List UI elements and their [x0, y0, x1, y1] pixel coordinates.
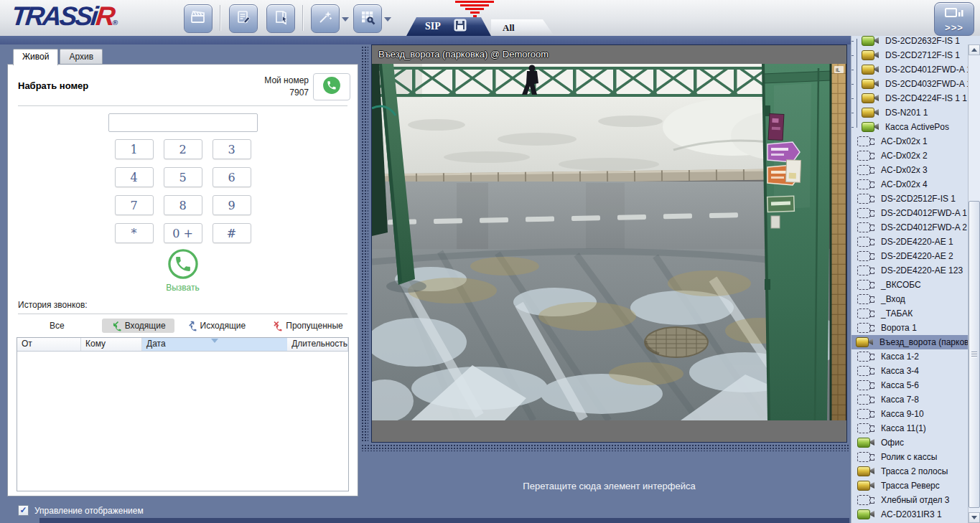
tab-live[interactable]: Живой [13, 49, 58, 65]
video-cell[interactable]: Въезд_ворота (парковка) @ Demoroom [371, 44, 847, 443]
camera-icon [857, 423, 876, 434]
camera-list-item[interactable]: DS-2CD2512F-IS 1 [851, 192, 969, 206]
table-column-header[interactable]: От [17, 338, 81, 351]
camera-list-item[interactable]: DS-2CD4224F-IS 1 1 [851, 91, 969, 105]
display-management-checkbox[interactable]: ✓ [18, 505, 29, 516]
camera-list-item[interactable]: DS-2CD4012FWD-A 1 [851, 206, 969, 220]
camera-icon [857, 509, 876, 520]
keypad-key[interactable]: 6 [213, 167, 251, 187]
keypad-key[interactable]: 8 [164, 195, 202, 215]
keypad-key[interactable]: 3 [213, 139, 251, 159]
drop-hint-text: Перетащите сюда элемент интерфейса [371, 481, 847, 491]
sidebar-scrollbar[interactable] [968, 44, 980, 523]
keypad-key[interactable]: 9 [213, 195, 251, 215]
table-column-header[interactable]: Длительность [287, 338, 348, 351]
wizard-dropdown-arrow[interactable] [342, 17, 349, 25]
keypad-key[interactable]: 0 + [164, 223, 202, 243]
keypad-key[interactable]: 4 [115, 167, 154, 187]
outgoing-call-icon [186, 321, 197, 331]
table-column-header[interactable]: Кому [81, 338, 142, 351]
call-button[interactable] [167, 248, 199, 280]
camera-video-frame[interactable]: iL [372, 64, 846, 420]
detach-monitor-icon [943, 7, 965, 24]
camera-list-item[interactable]: _Вход [851, 292, 969, 306]
keypad-key[interactable]: * [115, 223, 154, 243]
camera-list-item[interactable]: Касса ActivePos [851, 120, 969, 134]
camera-list-item[interactable]: Касса 1-2 [851, 349, 969, 364]
camera-list-item[interactable]: AC-Dx02x 4 [851, 177, 969, 192]
camera-list-item[interactable]: Трасса Реверс [851, 479, 969, 493]
history-filter[interactable]: Пропущенные [271, 319, 342, 333]
keypad-key[interactable]: 5 [164, 167, 202, 187]
camera-list-item[interactable]: DS-2CD2712F-IS 1 [851, 48, 969, 62]
camera-list-item[interactable]: Хлебный отдел 3 [851, 493, 969, 507]
camera-icon [857, 150, 876, 161]
scrollbar-thumb[interactable] [969, 201, 980, 508]
tab-archive[interactable]: Архив [60, 49, 103, 64]
call-history-title: История звонков: [18, 300, 88, 310]
camera-list-item[interactable]: Ворота 1 [851, 321, 969, 335]
clapperboard-button[interactable] [184, 4, 213, 33]
camera-icon [857, 265, 876, 276]
camera-list-item[interactable]: AC-Dx02x 2 [851, 149, 969, 163]
camera-icon [857, 164, 876, 176]
camera-list-item[interactable]: AC-D2031IR3 1 [851, 507, 969, 522]
camera-list-item[interactable]: DS-2DE4220-AE 123 [851, 263, 969, 278]
dial-number-input[interactable] [108, 113, 258, 132]
camera-list-item[interactable]: DS-2DE4220-AE 2 [851, 249, 969, 263]
camera-list-item[interactable]: DS-2CD4032FWD-A 1 [851, 77, 969, 91]
camera-icon [857, 408, 876, 420]
display-management-row[interactable]: ✓ Управление отображением [18, 505, 144, 516]
camera-list-item[interactable]: Ролик с кассы [851, 450, 969, 464]
camera-list-item[interactable]: Офис [851, 435, 969, 450]
phone-icon [322, 76, 341, 98]
table-column-header[interactable]: Дата [142, 338, 287, 351]
incoming-call-icon [111, 321, 121, 331]
history-filter[interactable]: Входящие [102, 319, 174, 333]
camera-list-item[interactable]: Касса 11(1) [851, 421, 969, 435]
camera-list-item[interactable]: _ВКСОБС [851, 278, 969, 292]
camera-list-item[interactable]: DS-2CD4012FWD-A 2 [851, 220, 969, 235]
chevrons-label: >>> [945, 24, 963, 32]
camera-icon [857, 193, 876, 204]
camera-list-item[interactable]: Касса 9-10 [851, 407, 969, 421]
camera-list-item[interactable]: DS-2DE4220-AE 1 [851, 235, 969, 249]
layout-drop-zone[interactable]: Въезд_ворота (парковка) @ Demoroom [359, 44, 851, 523]
camera-list-item[interactable]: AC-Dx02x 1 [851, 134, 969, 149]
keypad-key[interactable]: # [213, 223, 251, 243]
history-filter[interactable]: Исходящие [186, 319, 246, 333]
keypad-key[interactable]: 7 [115, 195, 154, 215]
sip-status-button[interactable] [313, 73, 350, 100]
wizard-button[interactable] [311, 4, 340, 33]
scroll-up-button[interactable] [969, 44, 980, 55]
camera-icon [857, 351, 876, 362]
save-floppy-icon[interactable] [441, 19, 467, 34]
detach-panel-button[interactable]: >>> [934, 2, 974, 36]
camera-list-item[interactable]: AC-Dx02x 3 [851, 163, 969, 177]
camera-list-item[interactable]: Касса 3-4 [851, 364, 969, 378]
scroll-down-button[interactable] [969, 512, 980, 523]
camera-list-item[interactable]: Трасса 2 полосы [851, 464, 969, 479]
camera-list-item[interactable]: DS-N201 1 [851, 105, 969, 120]
camera-icon [857, 365, 876, 377]
keypad-key[interactable]: 2 [164, 139, 202, 159]
camera-list-item[interactable]: Касса 5-6 [851, 378, 969, 392]
layout-dropdown-arrow[interactable] [384, 17, 391, 25]
layout-settings-button[interactable] [353, 4, 382, 33]
camera-list-item[interactable]: _ТАБАК [851, 306, 969, 321]
divider [18, 105, 347, 106]
camera-list-item[interactable]: DS-2CD2632F-IS 1 [851, 36, 969, 48]
camera-list-item[interactable]: Въезд_ворота (парковка) [851, 335, 969, 349]
camera-list-item[interactable]: DS-2CD4012FWD-A 1 [851, 62, 969, 77]
tab-sip[interactable]: SIP [406, 17, 491, 36]
camera-list-item[interactable]: Касса 7-8 [851, 392, 969, 407]
clapperboard-icon [190, 9, 207, 29]
history-filter[interactable]: Все [50, 319, 65, 333]
camera-icon [857, 394, 876, 405]
video-bottom-bar [372, 420, 846, 442]
notes-button[interactable] [229, 4, 258, 33]
camera-icon [857, 136, 876, 147]
tabstrip-background [0, 36, 851, 44]
keypad-key[interactable]: 1 [115, 139, 154, 159]
export-button[interactable] [266, 4, 295, 33]
